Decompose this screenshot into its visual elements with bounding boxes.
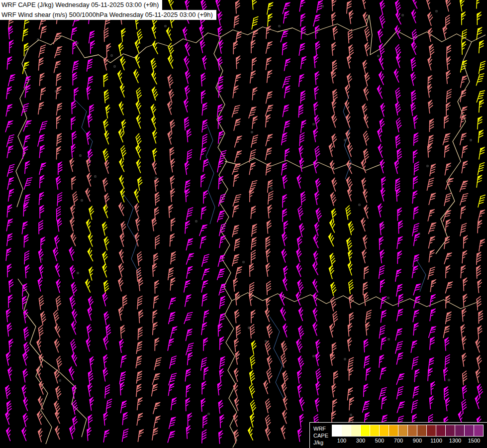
legend-cell — [332, 425, 342, 436]
legend-cell — [389, 425, 398, 436]
legend-cell — [370, 425, 380, 436]
legend-cell — [380, 425, 389, 436]
legend-colorbar — [332, 425, 484, 437]
legend-title-variable: CAPE — [313, 432, 328, 439]
legend-cell — [446, 425, 455, 436]
legend-tick: 1500 — [465, 438, 484, 444]
legend-cell — [427, 425, 436, 436]
legend-cell — [351, 425, 361, 436]
legend-cell — [417, 425, 427, 436]
legend-tick: 900 — [408, 438, 427, 444]
legend-title: WRF CAPE J/kg — [313, 425, 328, 446]
legend-cell — [455, 425, 465, 436]
legend-cell — [361, 425, 370, 436]
legend-tick-row: 100 300 500 700 900 1100 1300 1500 — [332, 438, 484, 444]
title-line-shear: WRF Wind shear (m/s) 500/1000hPa Wednesd… — [0, 10, 216, 20]
map-canvas — [0, 0, 487, 448]
legend-cell — [408, 425, 417, 436]
legend-cell — [436, 425, 446, 436]
wrf-weather-map: WRF CAPE (J/kg) Wednesday 05-11-2025 03:… — [0, 0, 487, 448]
title-line-cape: WRF CAPE (J/kg) Wednesday 05-11-2025 03:… — [0, 0, 162, 10]
cape-legend: WRF CAPE J/kg 100 300 500 700 900 1100 1… — [309, 422, 487, 448]
legend-cell — [465, 425, 474, 436]
legend-cell — [398, 425, 408, 436]
legend-tick: 700 — [389, 438, 408, 444]
legend-cell — [474, 425, 483, 436]
legend-title-unit: J/kg — [313, 439, 328, 446]
legend-tick: 500 — [370, 438, 389, 444]
legend-cell — [342, 425, 351, 436]
map-title-overlay: WRF CAPE (J/kg) Wednesday 05-11-2025 03:… — [0, 0, 216, 20]
legend-tick: 100 — [332, 438, 351, 444]
legend-tick: 1300 — [446, 438, 465, 444]
legend-tick: 1100 — [427, 438, 446, 444]
legend-scale: 100 300 500 700 900 1100 1300 1500 — [332, 425, 484, 444]
legend-title-model: WRF — [313, 425, 328, 432]
legend-tick: 300 — [351, 438, 370, 444]
